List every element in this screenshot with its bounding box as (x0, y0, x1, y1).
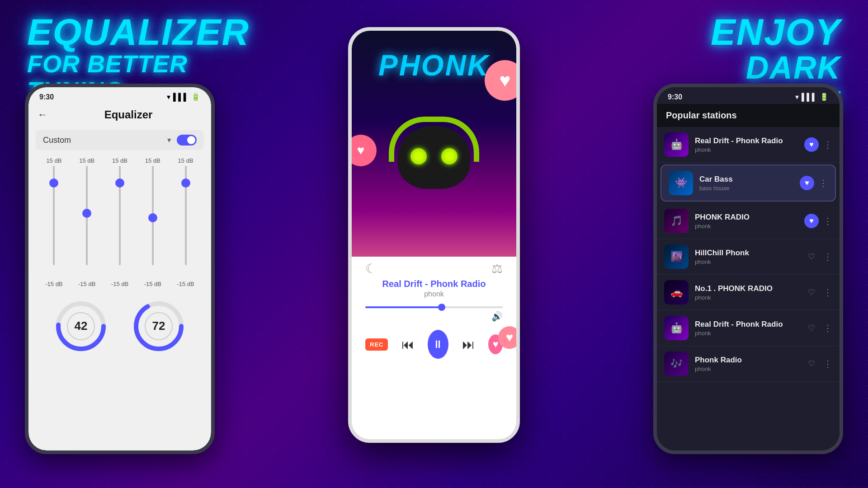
love-button-4[interactable]: ♡ (804, 249, 819, 264)
more-button-1[interactable]: ⋮ (823, 139, 832, 150)
phonk-label: PHONK (378, 49, 490, 82)
robot-figure (384, 112, 484, 257)
station-item-1[interactable]: 🤖 Real Drift - Phonk Radio phonk ♥ ⋮ (657, 127, 840, 163)
station-text-5: No.1 . PHONK RADIO phonk (695, 284, 798, 301)
love-button-2[interactable]: ♥ (800, 176, 814, 190)
station-actions-2: ♥ ⋮ (800, 176, 828, 190)
love-button-7[interactable]: ♡ (804, 357, 819, 371)
player-progress: 🔊 (352, 303, 516, 325)
love-button-5[interactable]: ♡ (804, 285, 819, 300)
station-genre-6: phonk (695, 330, 798, 337)
status-time-right: 9:30 (668, 93, 682, 101)
volume-icon[interactable]: 🔊 (491, 311, 503, 322)
more-button-4[interactable]: ⋮ (823, 251, 832, 262)
bass-knob-value: 42 (75, 319, 88, 333)
battery-icon: 🔋 (191, 93, 200, 101)
love-button-6[interactable]: ♡ (804, 321, 819, 335)
station-item-5[interactable]: 🚗 No.1 . PHONK RADIO phonk ♡ ⋮ (657, 275, 840, 310)
station-genre-1: phonk (695, 146, 798, 153)
eq-slider-2[interactable] (75, 166, 98, 279)
station-thumb-1: 🤖 (664, 132, 689, 157)
eq-slider-5[interactable] (175, 166, 197, 279)
station-thumb-img-3: 🎵 (664, 209, 689, 233)
station-actions-5: ♡ ⋮ (804, 285, 832, 300)
right-title-line1: ENJOY (651, 14, 841, 51)
dark-status-icons: ▾ ▌▌▌ 🔋 (795, 93, 829, 101)
station-list: 🤖 Real Drift - Phonk Radio phonk ♥ ⋮ 👾 (657, 127, 840, 382)
status-bar-left: 9:30 ▾ ▌▌▌ 🔋 (28, 87, 211, 104)
robot-headphones (389, 117, 479, 162)
eq-thumb-4[interactable] (148, 213, 157, 222)
eq-slider-1[interactable] (42, 166, 65, 279)
eq-thumb-2[interactable] (82, 209, 91, 218)
station-thumb-3: 🎵 (664, 209, 689, 233)
more-button-6[interactable]: ⋮ (823, 323, 832, 333)
sleep-icon[interactable]: ☾ (365, 261, 377, 276)
db-label-top-2: 15 dB (73, 157, 100, 164)
station-thumb-img-7: 🎶 (664, 352, 689, 376)
station-item-6[interactable]: 🤖 Real Drift - Phonk Radio phonk ♡ ⋮ (657, 310, 840, 346)
progress-track[interactable] (365, 306, 503, 308)
player-genre: phonk (352, 290, 516, 303)
station-name-2: Car Bass (699, 175, 793, 184)
station-thumb-img-6: 🤖 (664, 316, 689, 340)
station-text-6: Real Drift - Phonk Radio phonk (695, 320, 798, 337)
station-name-7: Phonk Radio (695, 356, 798, 365)
db-label-top-5: 15 dB (172, 157, 199, 164)
station-genre-2: bass house (699, 185, 793, 192)
station-thumb-5: 🚗 (664, 280, 689, 305)
progress-thumb[interactable] (438, 304, 445, 311)
status-bar-right: 9:30 ▾ ▌▌▌ 🔋 (657, 87, 840, 104)
phone-left: 9:30 ▾ ▌▌▌ 🔋 ← Equalizer Custom ▼ (25, 84, 215, 454)
dropdown-arrow-icon[interactable]: ▼ (166, 136, 172, 144)
more-button-5[interactable]: ⋮ (823, 287, 832, 298)
station-name-6: Real Drift - Phonk Radio (695, 320, 798, 329)
robot-eye-left (410, 148, 427, 164)
rec-button[interactable]: REC (365, 338, 388, 351)
equalizer-icon[interactable]: ⚖ (491, 261, 503, 276)
player-station-name: Real Drift - Phonk Radio (352, 276, 516, 290)
wifi-icon: ▾ (167, 93, 170, 101)
db-labels-bottom: -15 dB -15 dB -15 dB -15 dB -15 dB (33, 281, 207, 287)
station-name-3: PHONK RADIO (695, 213, 798, 222)
eq-thumb-5[interactable] (181, 178, 190, 188)
eq-thumb-1[interactable] (49, 178, 58, 188)
eq-sliders-area: 15 dB 15 dB 15 dB 15 dB 15 dB (28, 155, 211, 290)
db-label-top-4: 15 dB (139, 157, 166, 164)
station-actions-1: ♥ ⋮ (804, 137, 832, 152)
station-item-7[interactable]: 🎶 Phonk Radio phonk ♡ ⋮ (657, 346, 840, 382)
love-button-1[interactable]: ♥ (804, 137, 819, 152)
heart-deco-small: ♥ (498, 326, 520, 349)
back-button[interactable]: ← (38, 109, 47, 121)
equalizer-header: ← Equalizer (28, 104, 211, 126)
phone-right: 9:30 ▾ ▌▌▌ 🔋 Popular stations 🤖 (653, 84, 843, 454)
eq-toggle[interactable] (177, 135, 197, 145)
station-actions-6: ♡ ⋮ (804, 321, 832, 335)
next-button[interactable]: ⏭ (462, 337, 475, 352)
station-genre-3: phonk (695, 223, 798, 230)
more-button-7[interactable]: ⋮ (823, 358, 832, 369)
play-pause-button[interactable]: ⏸ (428, 330, 448, 359)
station-name-1: Real Drift - Phonk Radio (695, 136, 798, 145)
eq-slider-4[interactable] (142, 166, 164, 279)
prev-button[interactable]: ⏮ (401, 337, 414, 352)
station-actions-3: ♥ ⋮ (804, 214, 832, 228)
station-thumb-img-5: 🚗 (664, 280, 689, 305)
dark-wifi-icon: ▾ (795, 93, 799, 101)
eq-slider-3[interactable] (108, 166, 131, 279)
status-icons-left: ▾ ▌▌▌ 🔋 (167, 93, 200, 101)
eq-thumb-3[interactable] (115, 178, 124, 188)
station-item-2[interactable]: 👾 Car Bass bass house ♥ ⋮ (660, 164, 836, 202)
station-item-3[interactable]: 🎵 PHONK RADIO phonk ♥ ⋮ (657, 203, 840, 239)
db-label-bot-2: -15 dB (73, 281, 100, 287)
db-label-top-3: 15 dB (106, 157, 133, 164)
more-button-3[interactable]: ⋮ (823, 216, 832, 226)
more-button-2[interactable]: ⋮ (819, 178, 828, 188)
db-label-bot-3: -15 dB (106, 281, 133, 287)
station-text-3: PHONK RADIO phonk (695, 213, 798, 230)
station-item-4[interactable]: 🌆 HillChill Phonk phonk ♡ ⋮ (657, 239, 840, 275)
station-text-2: Car Bass bass house (699, 175, 793, 192)
preset-label: Custom (43, 136, 71, 145)
left-title-line1: EQUALIZER (27, 14, 244, 51)
love-button-3[interactable]: ♥ (804, 214, 819, 228)
